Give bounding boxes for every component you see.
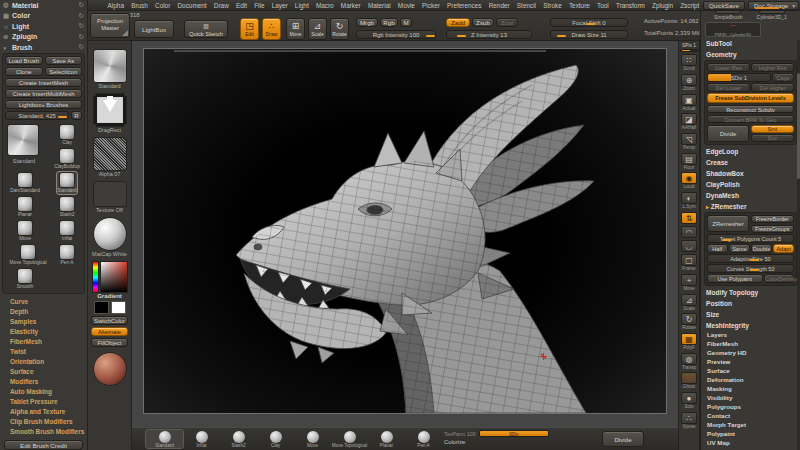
- brush-subpalette-header[interactable]: Clip Brush Modifiers: [0, 417, 87, 427]
- spix-slider[interactable]: SPix 1: [680, 43, 699, 52]
- projection-master-button[interactable]: Projection Master: [90, 13, 130, 38]
- divide-button[interactable]: Divide: [707, 125, 749, 142]
- shelf-button[interactable]: ◉Local: [680, 172, 699, 190]
- lower-res-button[interactable]: Lower Res: [707, 63, 750, 72]
- shelf-button[interactable]: ∴Xpose: [680, 412, 699, 430]
- palette-header-zplugin[interactable]: ⊚Zplugin↻: [0, 32, 87, 43]
- recent-brush[interactable]: Pen A: [405, 430, 442, 449]
- move-mode-button[interactable]: ⊞Move: [286, 18, 305, 40]
- brush-subpalette-header[interactable]: Modifiers: [0, 377, 87, 387]
- shelf-button[interactable]: ◪AAHalf: [680, 113, 699, 131]
- same-button[interactable]: Same: [729, 244, 750, 253]
- geometry-subsection-header[interactable]: Modify Topology: [701, 288, 800, 297]
- brush-item[interactable]: Clay: [57, 124, 77, 146]
- brush-item[interactable]: DamStandard: [15, 172, 35, 194]
- edit-brush-credit-button[interactable]: Edit Brush Credit: [4, 440, 83, 450]
- brush-item[interactable]: Planar: [15, 196, 35, 218]
- zsub-button[interactable]: Zsub: [472, 18, 494, 27]
- menu-item[interactable]: Transform: [612, 0, 648, 11]
- shelf-button[interactable]: ◍Transp: [680, 353, 699, 371]
- recent-brush[interactable]: Move: [294, 430, 331, 449]
- shelf-button[interactable]: ⊿Scale: [680, 294, 699, 312]
- menu-item[interactable]: Layer: [268, 0, 291, 11]
- shelf-button[interactable]: ◠: [680, 226, 699, 238]
- geometry-subsection-header[interactable]: DynaMesh: [701, 191, 800, 200]
- quicksave-button[interactable]: QuickSave: [703, 1, 745, 10]
- recent-brush[interactable]: Move Topological: [331, 430, 368, 449]
- shelf-button[interactable]: ⇅: [680, 212, 699, 224]
- menu-item[interactable]: Document: [174, 0, 210, 11]
- lightbox-brushes-button[interactable]: Lightbox» Brushes: [5, 100, 82, 110]
- menu-item[interactable]: Alpha: [104, 0, 128, 11]
- palette-header-color[interactable]: ▦Color↻: [0, 11, 87, 22]
- shelf-button[interactable]: ◹Persp: [680, 133, 699, 151]
- palette-dock-icon[interactable]: ↻: [78, 33, 84, 41]
- color-density-button[interactable]: ColorDensity: [764, 274, 794, 283]
- tool-subpalette-header[interactable]: Polypaint: [701, 429, 800, 438]
- menu-item[interactable]: File: [251, 0, 269, 11]
- canvas-viewport[interactable]: [143, 48, 667, 414]
- recent-brush[interactable]: Inflat: [183, 430, 220, 449]
- menu-item[interactable]: Light: [291, 0, 312, 11]
- tool-subpalette-header[interactable]: Preview: [701, 357, 800, 366]
- tool-subpalette-header[interactable]: Morph Target: [701, 420, 800, 429]
- shelf-button[interactable]: ▤Floor: [680, 153, 699, 171]
- brush-subpalette-header[interactable]: Smooth Brush Modifiers: [0, 427, 87, 437]
- palette-dock-icon[interactable]: ↻: [78, 12, 84, 20]
- menu-item[interactable]: Stroke: [540, 0, 566, 11]
- shelf-button[interactable]: +Move: [680, 274, 699, 292]
- clone-button[interactable]: Clone: [5, 67, 43, 77]
- create-insertmultimesh-button[interactable]: Create InsertMultiMesh: [5, 89, 82, 99]
- shelf-button[interactable]: ∷Scroll: [680, 54, 699, 72]
- half-button[interactable]: Half: [707, 244, 728, 253]
- brush-item[interactable]: Pen A: [57, 244, 77, 266]
- reconstruct-subdiv-button[interactable]: Reconstruct Subdiv: [707, 105, 794, 114]
- zcut-button[interactable]: Zcut: [496, 18, 518, 27]
- menu-item[interactable]: Picker: [418, 0, 443, 11]
- shelf-button[interactable]: ↻Rotate: [680, 313, 699, 331]
- tool-subpalette-header[interactable]: Contact: [701, 411, 800, 420]
- alpha-selector[interactable]: [93, 137, 127, 171]
- del-lower-button[interactable]: Del Lower: [707, 83, 750, 92]
- hue-strip[interactable]: [92, 261, 99, 293]
- cage-button[interactable]: Cage: [772, 73, 794, 82]
- tool-subpalette-header[interactable]: Layers: [701, 330, 800, 339]
- m-button[interactable]: M: [400, 18, 412, 27]
- subtool-section-header[interactable]: SubTool: [701, 39, 800, 48]
- menu-item[interactable]: Tool: [593, 0, 612, 11]
- zremesher-button[interactable]: ZRemesher: [707, 215, 749, 232]
- brush-item[interactable]: Standard: [57, 172, 77, 194]
- menu-item[interactable]: Brush: [128, 0, 152, 11]
- brush-subpalette-header[interactable]: FiberMesh: [0, 337, 87, 347]
- freeze-groups-button[interactable]: FreezeGroups: [751, 225, 795, 233]
- current-brush-thumb[interactable]: [7, 124, 39, 156]
- palette-dock-icon[interactable]: ↻: [78, 43, 84, 51]
- alternate-button[interactable]: Alternate: [91, 327, 128, 336]
- higher-res-button[interactable]: Higher Res: [751, 63, 794, 72]
- secondary-color-swatch[interactable]: [111, 301, 126, 314]
- rotate-mode-button[interactable]: ↻Rotate: [330, 18, 349, 40]
- zadd-button[interactable]: Zadd: [446, 18, 470, 27]
- material-selector[interactable]: [93, 217, 127, 251]
- rgb-button[interactable]: Rgb: [380, 18, 398, 27]
- main-color-swatch[interactable]: [94, 301, 109, 314]
- geometry-subsection-header[interactable]: MeshIntegrity: [701, 321, 800, 330]
- tool-subpalette-header[interactable]: Masking: [701, 384, 800, 393]
- tool-subpalette-header[interactable]: Polygroups: [701, 402, 800, 411]
- geometry-subsection-header[interactable]: Crease: [701, 158, 800, 167]
- quick-sketch-button[interactable]: ▨Quick Sketch: [184, 20, 228, 38]
- saturation-value-square[interactable]: [100, 261, 128, 293]
- menu-item[interactable]: Draw: [210, 0, 232, 11]
- save-as-button[interactable]: Save As: [45, 56, 83, 66]
- menu-item[interactable]: Movie: [394, 0, 418, 11]
- rgb-intensity-slider[interactable]: Rgb Intensity 100: [356, 30, 436, 39]
- palette-header-material[interactable]: ◍Material↻: [0, 0, 87, 11]
- brush-subpalette-header[interactable]: Twist: [0, 347, 87, 357]
- doc-storage-dropdown[interactable]: Doc Storage▼: [748, 1, 799, 10]
- adaptive-size-slider[interactable]: AdaptiveSize 50: [707, 254, 794, 263]
- brush-item[interactable]: Move: [15, 220, 35, 242]
- switch-color-button[interactable]: SwitchColor: [91, 316, 128, 325]
- smt-toggle[interactable]: Smt: [751, 125, 795, 133]
- menu-item[interactable]: Material: [364, 0, 394, 11]
- shelf-button[interactable]: ▣Actual: [680, 94, 699, 112]
